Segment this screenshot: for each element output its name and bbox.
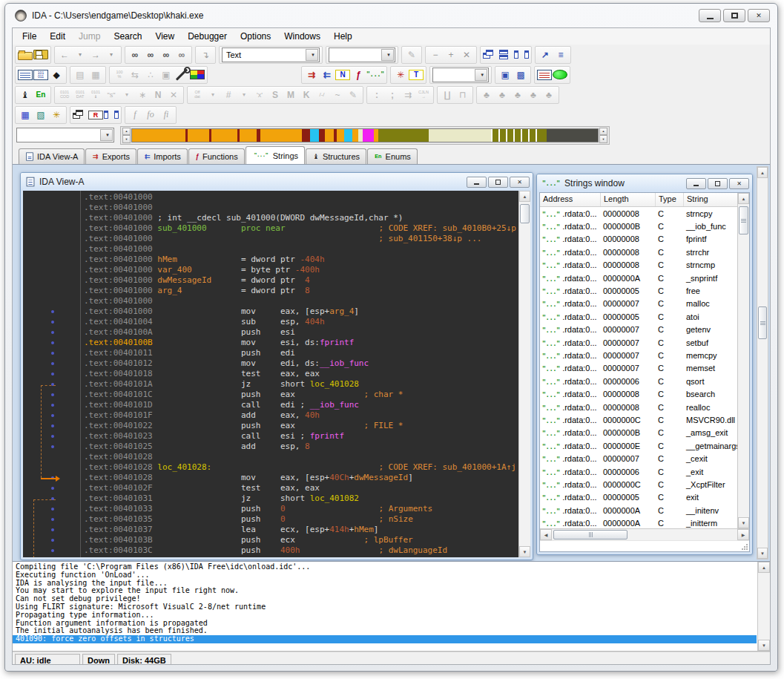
output-selected-line[interactable]: 401090: force zero offsets in structures — [13, 635, 757, 643]
string-row[interactable]: "..." .rdata:0...0000000AC_snprintf — [540, 272, 737, 284]
string-row[interactable]: "..." .rdata:0...00000007Cgetenv — [540, 324, 737, 336]
ida-view-minimize-button[interactable] — [467, 177, 487, 188]
name-combo[interactable] — [432, 68, 489, 82]
zoom-100-icon[interactable]: 100 % — [112, 68, 127, 82]
search-type-combo[interactable]: Text — [222, 47, 320, 62]
string-row[interactable]: "..." .rdata:0...0000000EC__getmainargs — [540, 439, 737, 452]
disasm-line[interactable]: .text:00401028 mov eax, [esp+40Ch+dwMess… — [84, 473, 518, 483]
menu-edit[interactable]: Edit — [43, 30, 72, 43]
offset-dropdown-icon[interactable]: ▾ — [205, 88, 220, 102]
save-desktop-icon[interactable] — [104, 110, 119, 119]
menu-file[interactable]: File — [16, 30, 43, 43]
string-row[interactable]: "..." .rdata:0...0000000BC__iob_func — [540, 220, 737, 232]
ida-view-titlebar[interactable]: IDA View-A ✕ — [21, 173, 533, 191]
xref-to-icon[interactable]: ♣ — [541, 88, 556, 102]
strings-close-button[interactable]: ✕ — [729, 178, 749, 189]
window-list-icon[interactable]: ≡ — [553, 47, 568, 62]
segments-icon[interactable]: ✳ — [393, 68, 408, 82]
collapse-icon[interactable]: ⇆ — [128, 68, 142, 82]
string-row[interactable]: "..." .rdata:0...0000000BC_amsg_exit — [540, 427, 737, 439]
string-row[interactable]: "..." .rdata:0...0000000AC_initterm — [540, 516, 737, 528]
disasm-line[interactable]: .text:00401023 call esi ; fprintf — [84, 431, 518, 442]
string-row[interactable]: "..." .rdata:0...0000000CCMSVCR90.dll — [540, 413, 737, 426]
disassembly-view[interactable]: .text:00401000 .text:00401000 .text:0040… — [23, 191, 530, 557]
disasm-line[interactable]: .text:0040101A jz short loc_401028 — [84, 379, 518, 390]
save-icon[interactable] — [33, 50, 48, 59]
text-view-icon[interactable] — [18, 70, 33, 80]
disasm-line[interactable]: .text:0040103B push ecx ; lpBuffer — [84, 535, 518, 545]
disasm-line[interactable]: .text:00401000 ; sub_401150+38↓p ... — [84, 234, 518, 244]
navband-left-spin[interactable]: ▲▼ — [122, 128, 131, 143]
stack-chart-icon[interactable]: ∐ — [440, 88, 455, 102]
string-row[interactable]: "..." .rdata:0...00000007Cmemcpy — [540, 349, 737, 361]
string-row[interactable]: "..." .rdata:0...00000007Cmemset — [540, 362, 737, 375]
windows-stack-icon[interactable] — [73, 110, 88, 119]
menu-jump[interactable]: Jump — [72, 30, 107, 43]
string-row[interactable]: "..." .rdata:0...00000008Cfprintf — [540, 233, 737, 246]
output-scrollbar[interactable]: ▲ ▼ — [757, 562, 770, 651]
tab-exports[interactable]: ⇉Exports — [85, 148, 136, 164]
disasm-line[interactable]: .text:00401000 — [84, 192, 518, 203]
menu-search[interactable]: Search — [107, 30, 148, 43]
scroll-up-icon[interactable]: ▲ — [738, 193, 749, 204]
back-dropdown-icon[interactable]: ▾ — [73, 47, 88, 62]
edit-icon[interactable]: ✎ — [404, 47, 419, 62]
char-icon[interactable]: 'x' — [252, 88, 267, 102]
string-row[interactable]: "..." .rdata:0...00000007C_cexit — [540, 452, 737, 465]
disasm-line[interactable]: .text:00401000 dwMessageId = dword ptr 4 — [84, 275, 518, 286]
disasm-line[interactable]: .text:00401037 lea ecx, [esp+414h+hMem] — [84, 525, 518, 535]
ida-view-close-button[interactable]: ✕ — [510, 177, 530, 188]
disasm-line[interactable]: .text:00401000 hMem = dword ptr -404h — [84, 255, 518, 265]
scroll-down-icon[interactable]: ▼ — [757, 548, 768, 559]
column-address[interactable]: Address — [540, 193, 601, 206]
manual-icon[interactable]: M — [283, 88, 298, 102]
strings-maximize-button[interactable] — [708, 178, 728, 189]
remove-icon[interactable]: − — [428, 47, 443, 62]
tab-enums[interactable]: EnEnums — [367, 148, 418, 164]
string-row[interactable]: "..." .rdata:0...00000005Cfree — [540, 284, 737, 297]
structures-tool-icon[interactable]: ♝ — [18, 88, 33, 102]
options-gear-icon[interactable]: ✳ — [49, 108, 64, 122]
column-string[interactable]: String — [684, 193, 737, 206]
menu-debugger[interactable]: Debugger — [181, 30, 234, 43]
ida-view-maximize-button[interactable] — [488, 177, 508, 188]
undefine-icon[interactable]: ✕ — [166, 88, 181, 102]
diamond-icon[interactable]: ◆ — [49, 68, 64, 82]
disasm-line[interactable]: .text:00401018 test eax, eax — [84, 369, 518, 379]
string-literal-icon[interactable]: "s" — [104, 88, 119, 102]
snapshot-icon[interactable]: ▧ — [33, 108, 48, 122]
close-button[interactable]: ✕ — [748, 9, 770, 22]
disasm-line[interactable]: .text:00401000 var_400 = byte ptr -400h — [84, 265, 518, 275]
graph-icon[interactable]: ∴ — [143, 68, 158, 82]
menu-view[interactable]: View — [148, 30, 181, 43]
disasm-line[interactable]: .text:00401025 add esp, 8 — [84, 442, 518, 452]
disasm-line[interactable]: .text:00401022 push eax ; FILE * — [84, 421, 518, 431]
disasm-line[interactable]: .text:0040100B mov esi, ds:fprintf — [84, 338, 518, 348]
string-row[interactable]: "..." .rdata:0...00000008Crealloc — [540, 401, 737, 413]
windows-vertical-icon[interactable] — [514, 50, 529, 59]
search-icon[interactable]: ∞ — [128, 47, 142, 62]
strings-scrollbar[interactable]: ▲ ▼ — [737, 193, 749, 528]
call-tree-icon[interactable]: ♣ — [479, 88, 494, 102]
strings-minimize-button[interactable] — [686, 178, 706, 189]
window-jump-icon[interactable]: ↗ — [538, 47, 553, 62]
disasm-line[interactable]: .text:00401004 sub esp, 404h — [84, 317, 518, 327]
scroll-up-icon[interactable]: ▲ — [758, 562, 770, 573]
menu-options[interactable]: Options — [234, 30, 277, 43]
disasm-line[interactable]: .text:0040101F add eax, 40h — [84, 410, 518, 421]
resize-grip[interactable] — [741, 543, 748, 551]
disasm-line[interactable]: .text:00401000 — [84, 203, 518, 213]
search-value-combo[interactable] — [329, 47, 395, 62]
windows-cascade-icon[interactable] — [483, 50, 498, 59]
script-log-icon[interactable] — [537, 70, 552, 80]
edit-comment-icon[interactable]: ✎ — [346, 88, 360, 102]
disasm-line[interactable]: .text:00401000 sub_401000 proc near ; CO… — [84, 223, 518, 234]
disassembly-code[interactable]: .text:00401000 .text:00401000 .text:0040… — [81, 191, 518, 557]
disasm-line[interactable]: .text:00401012 mov edi, ds:__iob_func — [84, 358, 518, 369]
colors-icon[interactable] — [190, 70, 205, 79]
imports-icon[interactable]: ⇇ — [320, 68, 335, 82]
tab-structures[interactable]: ♝Structures — [306, 148, 366, 164]
code-icon[interactable]: 0101 COD — [57, 88, 72, 102]
asterisk-icon[interactable]: ∗ — [135, 88, 150, 102]
exports-icon[interactable]: ⇉ — [304, 68, 319, 82]
